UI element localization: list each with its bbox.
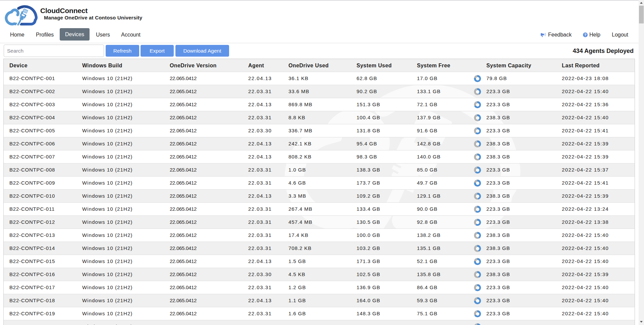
svg-text:?: ?: [584, 33, 586, 37]
